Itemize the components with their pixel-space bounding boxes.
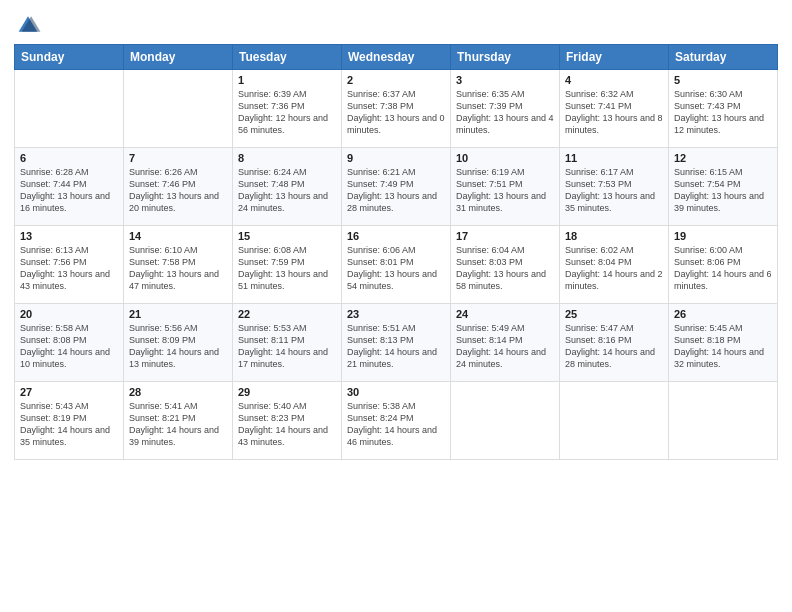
day-info: Sunrise: 6:02 AMSunset: 8:04 PMDaylight:… [565, 244, 663, 293]
day-info: Sunrise: 6:19 AMSunset: 7:51 PMDaylight:… [456, 166, 554, 215]
day-number: 5 [674, 74, 772, 86]
day-number: 23 [347, 308, 445, 320]
page: SundayMondayTuesdayWednesdayThursdayFrid… [0, 0, 792, 612]
calendar-cell: 25Sunrise: 5:47 AMSunset: 8:16 PMDayligh… [560, 304, 669, 382]
calendar-cell: 14Sunrise: 6:10 AMSunset: 7:58 PMDayligh… [124, 226, 233, 304]
calendar-cell: 8Sunrise: 6:24 AMSunset: 7:48 PMDaylight… [233, 148, 342, 226]
day-number: 21 [129, 308, 227, 320]
day-info: Sunrise: 5:49 AMSunset: 8:14 PMDaylight:… [456, 322, 554, 371]
calendar-cell: 29Sunrise: 5:40 AMSunset: 8:23 PMDayligh… [233, 382, 342, 460]
day-number: 29 [238, 386, 336, 398]
day-info: Sunrise: 6:00 AMSunset: 8:06 PMDaylight:… [674, 244, 772, 293]
calendar-week-row: 1Sunrise: 6:39 AMSunset: 7:36 PMDaylight… [15, 70, 778, 148]
calendar-cell: 19Sunrise: 6:00 AMSunset: 8:06 PMDayligh… [669, 226, 778, 304]
calendar-cell: 22Sunrise: 5:53 AMSunset: 8:11 PMDayligh… [233, 304, 342, 382]
calendar-cell [451, 382, 560, 460]
weekday-header: Tuesday [233, 45, 342, 70]
day-number: 2 [347, 74, 445, 86]
calendar-cell: 23Sunrise: 5:51 AMSunset: 8:13 PMDayligh… [342, 304, 451, 382]
day-number: 20 [20, 308, 118, 320]
calendar-cell [124, 70, 233, 148]
calendar-cell: 15Sunrise: 6:08 AMSunset: 7:59 PMDayligh… [233, 226, 342, 304]
calendar-cell: 24Sunrise: 5:49 AMSunset: 8:14 PMDayligh… [451, 304, 560, 382]
calendar-cell: 28Sunrise: 5:41 AMSunset: 8:21 PMDayligh… [124, 382, 233, 460]
calendar-cell: 20Sunrise: 5:58 AMSunset: 8:08 PMDayligh… [15, 304, 124, 382]
calendar-cell: 30Sunrise: 5:38 AMSunset: 8:24 PMDayligh… [342, 382, 451, 460]
day-number: 8 [238, 152, 336, 164]
calendar-cell: 4Sunrise: 6:32 AMSunset: 7:41 PMDaylight… [560, 70, 669, 148]
calendar-cell [15, 70, 124, 148]
calendar-cell: 6Sunrise: 6:28 AMSunset: 7:44 PMDaylight… [15, 148, 124, 226]
day-info: Sunrise: 6:21 AMSunset: 7:49 PMDaylight:… [347, 166, 445, 215]
day-number: 1 [238, 74, 336, 86]
calendar-cell: 21Sunrise: 5:56 AMSunset: 8:09 PMDayligh… [124, 304, 233, 382]
day-info: Sunrise: 6:15 AMSunset: 7:54 PMDaylight:… [674, 166, 772, 215]
calendar-week-row: 6Sunrise: 6:28 AMSunset: 7:44 PMDaylight… [15, 148, 778, 226]
day-number: 27 [20, 386, 118, 398]
calendar-cell: 27Sunrise: 5:43 AMSunset: 8:19 PMDayligh… [15, 382, 124, 460]
calendar-cell: 26Sunrise: 5:45 AMSunset: 8:18 PMDayligh… [669, 304, 778, 382]
day-info: Sunrise: 6:08 AMSunset: 7:59 PMDaylight:… [238, 244, 336, 293]
day-info: Sunrise: 6:04 AMSunset: 8:03 PMDaylight:… [456, 244, 554, 293]
day-info: Sunrise: 6:37 AMSunset: 7:38 PMDaylight:… [347, 88, 445, 137]
calendar-week-row: 20Sunrise: 5:58 AMSunset: 8:08 PMDayligh… [15, 304, 778, 382]
logo-icon [14, 10, 42, 38]
day-info: Sunrise: 5:58 AMSunset: 8:08 PMDaylight:… [20, 322, 118, 371]
day-number: 22 [238, 308, 336, 320]
day-number: 11 [565, 152, 663, 164]
header [14, 10, 778, 38]
day-info: Sunrise: 5:41 AMSunset: 8:21 PMDaylight:… [129, 400, 227, 449]
day-number: 12 [674, 152, 772, 164]
day-number: 3 [456, 74, 554, 86]
calendar-week-row: 13Sunrise: 6:13 AMSunset: 7:56 PMDayligh… [15, 226, 778, 304]
calendar-cell [669, 382, 778, 460]
calendar-cell: 12Sunrise: 6:15 AMSunset: 7:54 PMDayligh… [669, 148, 778, 226]
day-number: 7 [129, 152, 227, 164]
day-info: Sunrise: 5:56 AMSunset: 8:09 PMDaylight:… [129, 322, 227, 371]
day-info: Sunrise: 5:47 AMSunset: 8:16 PMDaylight:… [565, 322, 663, 371]
day-info: Sunrise: 6:17 AMSunset: 7:53 PMDaylight:… [565, 166, 663, 215]
day-number: 15 [238, 230, 336, 242]
day-number: 30 [347, 386, 445, 398]
day-number: 24 [456, 308, 554, 320]
day-number: 26 [674, 308, 772, 320]
day-info: Sunrise: 6:06 AMSunset: 8:01 PMDaylight:… [347, 244, 445, 293]
weekday-header: Friday [560, 45, 669, 70]
weekday-header: Thursday [451, 45, 560, 70]
day-number: 25 [565, 308, 663, 320]
weekday-header: Saturday [669, 45, 778, 70]
day-number: 19 [674, 230, 772, 242]
day-number: 28 [129, 386, 227, 398]
header-row: SundayMondayTuesdayWednesdayThursdayFrid… [15, 45, 778, 70]
day-info: Sunrise: 6:35 AMSunset: 7:39 PMDaylight:… [456, 88, 554, 137]
weekday-header: Sunday [15, 45, 124, 70]
calendar-cell: 17Sunrise: 6:04 AMSunset: 8:03 PMDayligh… [451, 226, 560, 304]
calendar-cell: 10Sunrise: 6:19 AMSunset: 7:51 PMDayligh… [451, 148, 560, 226]
day-number: 16 [347, 230, 445, 242]
day-info: Sunrise: 6:32 AMSunset: 7:41 PMDaylight:… [565, 88, 663, 137]
calendar-cell: 9Sunrise: 6:21 AMSunset: 7:49 PMDaylight… [342, 148, 451, 226]
day-info: Sunrise: 5:51 AMSunset: 8:13 PMDaylight:… [347, 322, 445, 371]
weekday-header: Monday [124, 45, 233, 70]
calendar: SundayMondayTuesdayWednesdayThursdayFrid… [14, 44, 778, 460]
day-number: 14 [129, 230, 227, 242]
day-number: 6 [20, 152, 118, 164]
day-number: 9 [347, 152, 445, 164]
day-info: Sunrise: 6:26 AMSunset: 7:46 PMDaylight:… [129, 166, 227, 215]
day-info: Sunrise: 6:10 AMSunset: 7:58 PMDaylight:… [129, 244, 227, 293]
day-info: Sunrise: 5:38 AMSunset: 8:24 PMDaylight:… [347, 400, 445, 449]
day-info: Sunrise: 6:13 AMSunset: 7:56 PMDaylight:… [20, 244, 118, 293]
calendar-cell: 3Sunrise: 6:35 AMSunset: 7:39 PMDaylight… [451, 70, 560, 148]
calendar-cell: 16Sunrise: 6:06 AMSunset: 8:01 PMDayligh… [342, 226, 451, 304]
calendar-cell: 7Sunrise: 6:26 AMSunset: 7:46 PMDaylight… [124, 148, 233, 226]
calendar-cell: 13Sunrise: 6:13 AMSunset: 7:56 PMDayligh… [15, 226, 124, 304]
logo [14, 10, 46, 38]
day-info: Sunrise: 5:40 AMSunset: 8:23 PMDaylight:… [238, 400, 336, 449]
calendar-cell: 2Sunrise: 6:37 AMSunset: 7:38 PMDaylight… [342, 70, 451, 148]
calendar-cell: 11Sunrise: 6:17 AMSunset: 7:53 PMDayligh… [560, 148, 669, 226]
weekday-header: Wednesday [342, 45, 451, 70]
day-number: 13 [20, 230, 118, 242]
day-number: 4 [565, 74, 663, 86]
day-info: Sunrise: 6:39 AMSunset: 7:36 PMDaylight:… [238, 88, 336, 137]
day-info: Sunrise: 6:28 AMSunset: 7:44 PMDaylight:… [20, 166, 118, 215]
